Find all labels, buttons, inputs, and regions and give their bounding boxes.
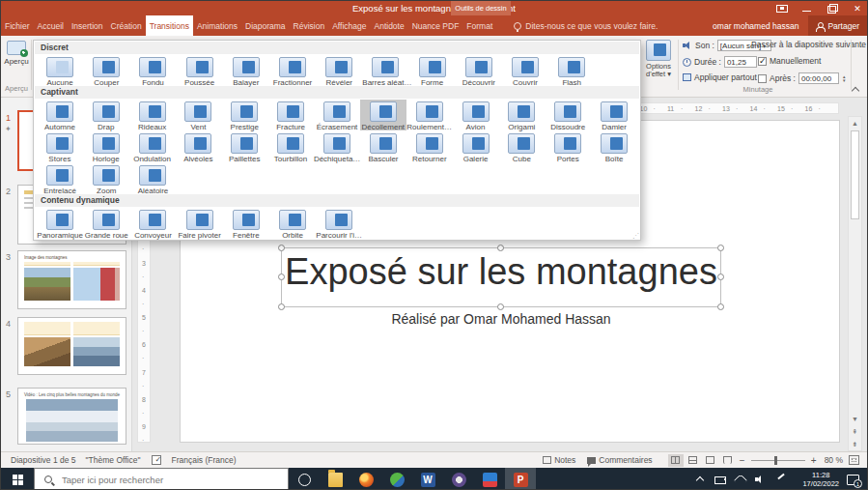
transition-barres-aleat[interactable]: Barres aléat… xyxy=(362,55,408,86)
tab-transitions[interactable]: Transitions xyxy=(146,15,193,36)
previous-slide-icon[interactable]: ⇞ xyxy=(850,426,860,437)
transition-alveoles[interactable]: Alvéoles xyxy=(175,131,221,162)
slide-subtitle-text[interactable]: Réalisé par Omar Mohamed Hassan xyxy=(281,311,721,327)
advance-after-checkbox[interactable]: Après : 00:00,00 ▴▾ xyxy=(758,72,845,84)
idm-taskbar-button[interactable] xyxy=(381,468,412,490)
normal-view-button[interactable] xyxy=(668,454,684,467)
slide-thumbnail-5[interactable]: Vidéo : Les cinq plus belles montagnes d… xyxy=(17,388,126,445)
transition-aucune[interactable]: Aucune xyxy=(37,55,83,86)
scroll-down-icon[interactable]: ▼ xyxy=(850,414,860,424)
transition-drap[interactable]: Drap xyxy=(83,100,129,130)
transition-galerie[interactable]: Galerie xyxy=(453,131,499,162)
volume-icon[interactable] xyxy=(754,474,768,485)
slide-thumbnail-3[interactable]: Image des montagnes xyxy=(17,250,126,309)
slideshow-view-button[interactable] xyxy=(720,454,736,467)
notes-button[interactable]: Notes xyxy=(554,455,575,465)
tab-revision[interactable]: Révision xyxy=(290,15,329,36)
close-button[interactable]: ✕ xyxy=(852,4,863,14)
transition-damier[interactable]: Damier xyxy=(591,100,637,130)
transition-roulement[interactable]: Roulement… xyxy=(406,100,453,130)
transition-stores[interactable]: Stores xyxy=(37,131,83,162)
duration-input[interactable]: 01,25 xyxy=(724,56,757,68)
transition-parcourir-l-i[interactable]: Parcourir l'i… xyxy=(316,208,362,239)
chevron-up-icon[interactable] xyxy=(693,474,707,485)
zoom-out-button[interactable]: − xyxy=(738,455,747,466)
transition-paillettes[interactable]: Paillettes xyxy=(221,131,267,162)
action-center-icon[interactable]: 1 xyxy=(847,475,859,485)
transition-vent[interactable]: Vent xyxy=(176,100,222,130)
transition-fractionner[interactable]: Fractionner xyxy=(269,55,316,86)
tab-format[interactable]: Format xyxy=(462,15,496,36)
transition-entrelace[interactable]: Entrelacé xyxy=(37,163,83,194)
transition-couper[interactable]: Couper xyxy=(83,55,129,86)
after-time-spinner[interactable]: ▴▾ xyxy=(843,74,846,82)
transition-boite[interactable]: Boîte xyxy=(591,131,637,162)
effect-options-button[interactable]: Options d'effet ▾ xyxy=(641,39,676,93)
transition-origami[interactable]: Origami xyxy=(498,100,545,130)
transition-tourbillon[interactable]: Tourbillon xyxy=(267,131,314,162)
collapse-ribbon-icon[interactable] xyxy=(852,86,859,94)
tab-accueil[interactable]: Accueil xyxy=(34,15,68,36)
transition-decollement[interactable]: Décollement xyxy=(360,100,406,130)
next-slide-icon[interactable]: ⇟ xyxy=(850,439,860,449)
vertical-scrollbar[interactable]: ▲ ▼ ⇞ ⇟ xyxy=(848,116,862,451)
wifi-icon[interactable] xyxy=(734,474,747,485)
tab-antidote[interactable]: Antidote xyxy=(370,15,407,36)
scroll-up-icon[interactable]: ▲ xyxy=(850,118,860,129)
slide-thumbnail-4[interactable] xyxy=(17,317,126,375)
transition-ondulation[interactable]: Ondulation xyxy=(129,131,176,162)
resize-handle[interactable] xyxy=(717,303,724,310)
gallery-resize-grip[interactable]: ⋰ xyxy=(632,232,639,240)
title-textbox[interactable]: Exposé sur les montagnes xyxy=(281,247,721,307)
pen-icon[interactable] xyxy=(774,474,788,485)
transition-automne[interactable]: Automne xyxy=(37,100,83,130)
resize-handle[interactable] xyxy=(278,245,285,251)
firefox-taskbar-button[interactable] xyxy=(350,468,381,490)
tab-diaporama[interactable]: Diaporama xyxy=(241,15,290,36)
ribbon-display-options-icon[interactable] xyxy=(776,5,788,13)
slide-sorter-view-button[interactable] xyxy=(686,454,701,467)
tell-me-box[interactable]: Dites-nous ce que vous voulez faire. xyxy=(514,15,658,36)
transition-panoramique[interactable]: Panoramique xyxy=(37,208,83,239)
transition-poussee[interactable]: Poussée xyxy=(177,55,223,86)
restore-button[interactable] xyxy=(826,4,838,14)
share-button[interactable]: Partager xyxy=(808,15,867,36)
word-taskbar-button[interactable]: W xyxy=(412,468,443,490)
apply-to-all-button[interactable]: Appliquer partout xyxy=(683,72,757,82)
transition-fracture[interactable]: Fracture xyxy=(267,100,314,130)
zoom-slider-thumb[interactable] xyxy=(774,456,777,465)
resize-handle[interactable] xyxy=(497,303,504,310)
resize-handle[interactable] xyxy=(497,245,504,251)
transition-avion[interactable]: Avion xyxy=(453,100,499,130)
transition-prestige[interactable]: Prestige xyxy=(221,100,267,130)
transition-dechiqueta[interactable]: Déchiqueta… xyxy=(314,131,360,162)
tab-affichage[interactable]: Affichage xyxy=(328,15,370,36)
start-button[interactable] xyxy=(1,468,34,490)
transition-rideaux[interactable]: Rideaux xyxy=(129,100,176,130)
battery-icon[interactable] xyxy=(714,474,727,485)
preview-button[interactable]: Aperçu xyxy=(4,39,29,79)
minimize-button[interactable] xyxy=(801,4,813,14)
tab-nuance-pdf[interactable]: Nuance PDF xyxy=(408,15,463,36)
transition-horloge[interactable]: Horloge xyxy=(83,131,129,162)
transition-faire-pivoter[interactable]: Faire pivoter xyxy=(177,208,223,239)
comments-button[interactable]: Commentaires xyxy=(599,455,652,465)
reading-view-button[interactable] xyxy=(703,454,718,467)
language-status[interactable]: Français (France) xyxy=(171,455,236,465)
taskbar-search[interactable] xyxy=(34,468,289,490)
transition-grande-roue[interactable]: Grande roue xyxy=(83,208,129,239)
transition-flash[interactable]: Flash xyxy=(548,55,595,86)
transition-couvrir[interactable]: Couvrir xyxy=(502,55,548,86)
powerpoint-taskbar-button[interactable]: P xyxy=(505,468,536,490)
signed-in-user[interactable]: omar mohamed hassan xyxy=(713,21,798,31)
transition-zoom[interactable]: Zoom xyxy=(83,163,129,194)
resize-handle[interactable] xyxy=(717,245,724,251)
transition-reveler[interactable]: Révéler xyxy=(316,55,362,86)
transition-aleatoire[interactable]: Aléatoire xyxy=(129,163,176,194)
transition-fondu[interactable]: Fondu xyxy=(129,55,176,86)
transition-retourner[interactable]: Retourner xyxy=(406,131,453,162)
taskbar-clock[interactable]: 11:28 17/02/2022 xyxy=(802,471,839,488)
transition-ecrasement[interactable]: Écrasement xyxy=(314,100,360,130)
fit-to-window-icon[interactable] xyxy=(849,455,859,465)
transition-orbite[interactable]: Orbite xyxy=(269,208,316,239)
